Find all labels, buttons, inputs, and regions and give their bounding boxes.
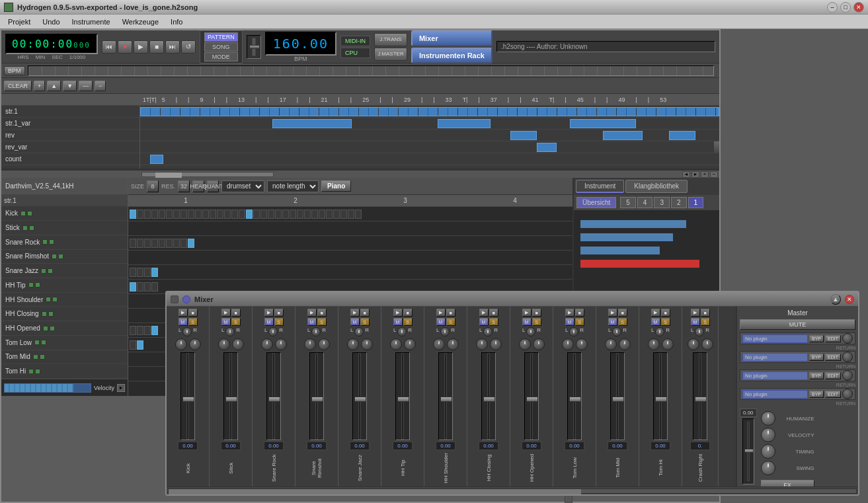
instrument-tom-low[interactable]: Tom Low (1, 336, 128, 350)
beat-cell[interactable] (319, 210, 325, 219)
beat-cell[interactable] (239, 210, 245, 219)
beat-cell[interactable] (195, 210, 202, 219)
beat-cell[interactable] (246, 210, 253, 219)
layer-tab-5[interactable]: 5 (620, 197, 636, 208)
add-button[interactable]: + (34, 81, 45, 91)
instrument-hh-opened[interactable]: HH Opened (1, 321, 128, 336)
beat-cell[interactable] (159, 210, 165, 219)
beat-cell[interactable] (202, 210, 209, 219)
zoom-in-btn[interactable]: + (701, 171, 709, 178)
layer-tab-1[interactable]: 1 (688, 197, 704, 208)
scroll-left-btn[interactable]: ◂ (682, 171, 690, 178)
beat-cell[interactable] (333, 210, 340, 219)
velocity-expand-btn[interactable]: ▸ (117, 384, 125, 392)
velocity-knob[interactable] (761, 428, 775, 442)
beat-cell[interactable] (340, 210, 347, 219)
master-fader[interactable] (742, 418, 754, 484)
rewind-button[interactable]: ⏮ (102, 40, 116, 54)
rack-button[interactable]: Instrumenten Rack (411, 48, 493, 63)
menu-info[interactable]: Info (165, 17, 188, 27)
overview-button[interactable]: Übersicht (576, 197, 616, 208)
mixer-collapse-btn[interactable]: ▲ (830, 294, 841, 305)
res-value[interactable]: 32 (178, 180, 190, 192)
piano-button[interactable]: Piano (321, 180, 351, 192)
beat-cell[interactable] (217, 210, 223, 219)
bpm-display[interactable]: 160.00 (265, 32, 336, 56)
instrument-hh-tip[interactable]: HH Tip (1, 278, 128, 293)
maximize-button[interactable]: □ (840, 2, 851, 13)
size-value[interactable]: 8 (147, 180, 159, 192)
fastfwd-button[interactable]: ⏭ (165, 40, 180, 54)
ch-kick-knob2[interactable] (189, 338, 201, 350)
beat-cell[interactable] (166, 210, 173, 219)
note-length-select[interactable]: note length (267, 180, 319, 192)
ch-sr-lr-knob[interactable] (268, 327, 278, 336)
beat-cell[interactable] (137, 210, 143, 219)
library-tab[interactable]: Klangbibliothek (625, 180, 688, 193)
beat-cell[interactable] (173, 210, 180, 219)
ch-stick-fader[interactable] (223, 352, 238, 440)
instrument-select[interactable]: drumset (221, 180, 264, 192)
beat-cell[interactable] (231, 210, 238, 219)
plugin-edit-4[interactable]: EDIT (825, 391, 841, 398)
layer-tab-3[interactable]: 3 (654, 197, 670, 208)
clear-button[interactable]: CLEAR (4, 81, 32, 91)
select-button[interactable]: — (79, 81, 93, 91)
plugin-byp-1[interactable]: BYP (809, 335, 824, 342)
beat-cell[interactable] (210, 210, 216, 219)
mixer-close-btn[interactable]: ✕ (845, 295, 854, 304)
song-mode-button[interactable]: SONG (204, 42, 238, 52)
play-button[interactable]: ▶ (134, 40, 148, 54)
j-trans-button[interactable]: J.TRANS (374, 33, 407, 46)
plugin-edit-2[interactable]: EDIT (825, 354, 841, 361)
master-mute-btn[interactable]: MUTE (740, 319, 855, 330)
beat-cell[interactable] (326, 210, 333, 219)
beat-cell[interactable] (260, 210, 267, 219)
track-row-revvar[interactable]: rev_var (1, 141, 139, 153)
mixer-scrollbar[interactable] (167, 486, 858, 494)
ch-sr-btn1[interactable]: ▶ (264, 309, 274, 317)
beat-cell[interactable] (253, 210, 260, 219)
ch-sr-knob1[interactable] (261, 338, 273, 350)
beat-cell[interactable] (144, 210, 151, 219)
mixer-minimize-btn[interactable] (182, 295, 190, 303)
instrument-tom-mid[interactable]: Tom Mid (1, 350, 128, 365)
ch-stick-knob2[interactable] (232, 338, 244, 350)
instrument-snare-rimshot[interactable]: Snare Rimshot (1, 250, 128, 264)
ch-kick-mute[interactable]: M (178, 318, 188, 326)
instrument-kick[interactable]: Kick (1, 206, 128, 221)
ch-stick-mute[interactable]: M (221, 318, 231, 326)
timing-knob[interactable] (761, 444, 775, 459)
ch-stick-btn1[interactable]: ▶ (221, 309, 231, 317)
menu-instrumente[interactable]: Instrumente (67, 17, 116, 27)
track-row-str1[interactable]: str.1 (1, 106, 139, 118)
ch-stick-lr-knob[interactable] (225, 327, 235, 336)
beat-cell[interactable] (224, 210, 231, 219)
scroll-right-btn[interactable]: ▸ (691, 171, 699, 178)
instrument-snare-jazz[interactable]: Snare Jazz (1, 264, 128, 278)
bpm-button[interactable]: BPM (4, 66, 25, 75)
beat-cell[interactable] (130, 210, 136, 219)
ch-kick-fader[interactable] (180, 352, 195, 440)
down-button[interactable]: ▼ (63, 81, 77, 91)
minus-button[interactable]: − (95, 81, 106, 91)
plugin-return-knob-2[interactable] (842, 352, 853, 362)
layer-tab-4[interactable]: 4 (637, 197, 653, 208)
track-scrollbar[interactable] (714, 141, 719, 153)
ch-kick-btn2[interactable]: ■ (188, 309, 198, 317)
close-button[interactable]: ✕ (853, 2, 864, 13)
beat-cell[interactable] (180, 210, 187, 219)
beat-cell[interactable] (188, 210, 194, 219)
pattern-mode-button[interactable]: PATTERN (204, 32, 238, 42)
instrument-stick[interactable]: Stick (1, 221, 128, 235)
beat-cell[interactable] (311, 210, 318, 219)
ch-sr-solo[interactable]: S (274, 318, 284, 326)
plugin-byp-2[interactable]: BYP (809, 354, 824, 361)
swing-knob[interactable] (761, 461, 775, 475)
beat-cell[interactable] (282, 210, 289, 219)
quant-btn[interactable]: QUANT (207, 180, 219, 192)
plugin-return-knob-4[interactable] (842, 389, 853, 399)
loop-button[interactable]: ↺ (181, 40, 196, 54)
beat-cell[interactable] (304, 210, 311, 219)
master-vol-slider[interactable] (247, 35, 261, 59)
